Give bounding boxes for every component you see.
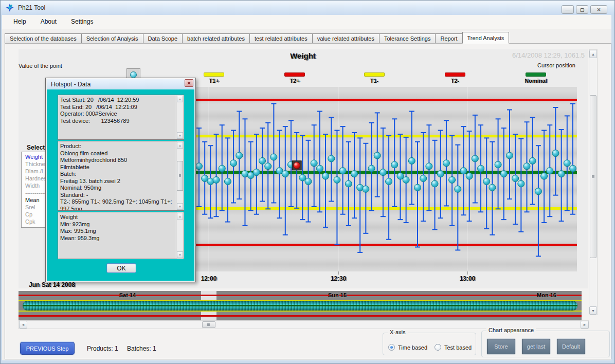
data-point[interactable] (305, 178, 312, 185)
data-point[interactable] (236, 152, 243, 159)
default-button[interactable]: Default (557, 339, 585, 354)
data-point[interactable] (351, 171, 357, 177)
data-point[interactable] (460, 168, 467, 174)
data-point[interactable] (506, 152, 513, 159)
data-point[interactable] (523, 163, 530, 170)
tab-selection-of-the-databases[interactable]: Selection of the databases (5, 33, 81, 44)
scroll-down-icon[interactable]: ▼ (177, 251, 183, 258)
data-point[interactable] (282, 171, 288, 177)
tab-report[interactable]: Report (435, 33, 462, 44)
scroll-up-icon[interactable]: ▲ (177, 96, 183, 102)
data-point[interactable] (466, 173, 473, 179)
data-point[interactable] (529, 157, 536, 164)
menu-item-settings[interactable]: Settings (64, 15, 100, 29)
data-point[interactable] (253, 169, 260, 176)
data-point[interactable] (420, 175, 427, 182)
tab-value-related-attributes[interactable]: value related attributes (312, 33, 379, 44)
data-point[interactable] (230, 160, 237, 167)
scroll-left-icon[interactable]: ◄ (19, 321, 27, 329)
data-point[interactable] (391, 161, 398, 168)
data-point[interactable] (196, 163, 203, 170)
data-point[interactable] (299, 174, 306, 181)
data-point[interactable] (472, 155, 478, 162)
data-point[interactable] (455, 186, 461, 192)
data-point[interactable] (311, 160, 317, 167)
chart-vertical-scrollbar[interactable]: ▲ ▼ (589, 49, 598, 315)
scroll-down-icon[interactable]: ▼ (177, 132, 183, 139)
scroll-up-icon[interactable]: ▲ (177, 213, 183, 220)
data-point[interactable] (570, 165, 576, 172)
tab-tolerance-settings[interactable]: Tolerance Settings (379, 33, 436, 44)
data-point[interactable] (512, 175, 519, 182)
data-point[interactable] (426, 163, 432, 170)
scroll-up-icon[interactable]: ▲ (177, 142, 183, 149)
data-point[interactable] (495, 161, 501, 168)
product-info-scrollbar[interactable]: ▲ ▼ (176, 141, 184, 210)
data-point[interactable] (322, 173, 329, 179)
get-last-button[interactable]: get last (522, 339, 550, 354)
radio-time-based[interactable] (388, 344, 395, 351)
selected-data-point[interactable] (294, 162, 300, 169)
data-point[interactable] (552, 150, 559, 157)
scroll-down-icon[interactable]: ▼ (177, 203, 183, 210)
minimize-button-icon[interactable]: — (562, 5, 574, 14)
vertical-scroll-thumb[interactable] (590, 95, 596, 258)
scroll-right-icon[interactable]: ► (581, 321, 589, 329)
tab-selection-of-analysis[interactable]: Selection of Analysis (81, 33, 143, 44)
data-point[interactable] (259, 157, 266, 164)
previous-step-button[interactable]: PREVIOUS Step (20, 342, 75, 355)
data-point[interactable] (518, 180, 524, 187)
data-point[interactable] (339, 168, 346, 174)
data-point[interactable] (449, 176, 456, 183)
data-point[interactable] (219, 165, 225, 172)
data-point[interactable] (558, 171, 565, 177)
data-point[interactable] (270, 154, 277, 160)
data-point[interactable] (541, 173, 548, 179)
data-point[interactable] (316, 165, 323, 172)
data-point[interactable] (431, 180, 438, 187)
store-button[interactable]: Store (487, 339, 515, 354)
tab-test-related-attributes[interactable]: test related attributes (249, 33, 312, 44)
scroll-up-icon[interactable]: ▲ (589, 50, 597, 58)
tab-data-scope[interactable]: Data Scope (143, 33, 182, 44)
data-point[interactable] (345, 180, 352, 187)
data-point[interactable] (500, 171, 507, 177)
data-point[interactable] (414, 184, 421, 191)
data-point[interactable] (213, 176, 220, 183)
data-point[interactable] (443, 160, 449, 167)
data-point[interactable] (564, 160, 570, 167)
data-point[interactable] (379, 169, 386, 176)
data-point[interactable] (363, 186, 369, 192)
maximize-button-icon[interactable]: ▢ (576, 5, 588, 14)
data-point[interactable] (478, 165, 484, 172)
tab-batch-related-attributes[interactable]: batch related attributes (182, 33, 249, 44)
value-stats-scrollbar[interactable]: ▲ ▼ (176, 212, 184, 259)
scroll-thumb[interactable] (177, 161, 183, 191)
data-point[interactable] (328, 155, 335, 162)
data-point[interactable] (334, 176, 340, 183)
data-point[interactable] (535, 188, 541, 195)
radio-test-based[interactable] (435, 344, 441, 351)
menu-item-about[interactable]: About (33, 15, 64, 29)
data-point[interactable] (397, 173, 404, 179)
data-point[interactable] (374, 152, 381, 159)
data-point[interactable] (437, 171, 444, 177)
data-point[interactable] (408, 157, 415, 164)
ok-button[interactable]: OK (106, 263, 136, 273)
data-point[interactable] (403, 176, 409, 183)
tab-trend-analysis[interactable]: Trend Analysis (462, 32, 510, 44)
data-point[interactable] (483, 178, 490, 185)
dialog-close-icon[interactable]: ✕ (185, 79, 193, 87)
data-point[interactable] (368, 165, 375, 172)
close-button-icon[interactable]: ✕ (590, 5, 607, 14)
data-point[interactable] (224, 178, 231, 185)
horizontal-scroll-thumb[interactable] (202, 321, 215, 328)
data-point[interactable] (489, 184, 496, 191)
overview-band[interactable]: Sat 14Sun 15Mon 16 (19, 291, 582, 320)
test-info-scrollbar[interactable]: ▲ ▼ (176, 95, 184, 139)
menu-item-help[interactable]: Help (6, 15, 33, 29)
data-point[interactable] (265, 163, 272, 170)
scroll-down-icon[interactable]: ▼ (589, 306, 597, 315)
data-point[interactable] (547, 168, 553, 174)
data-point[interactable] (386, 178, 392, 185)
